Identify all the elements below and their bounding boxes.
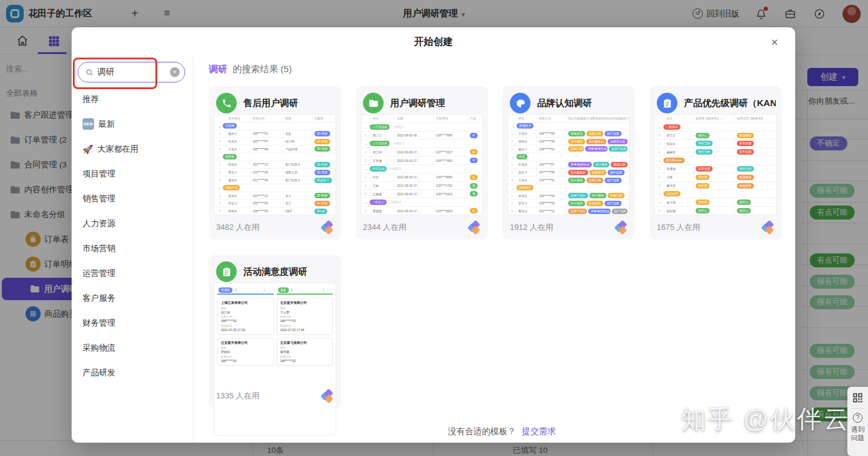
- mini-badge: 传统行业: [223, 185, 240, 190]
- mini-badge: 高: [470, 149, 478, 155]
- category-item-10[interactable]: 采购物流: [72, 335, 192, 360]
- help-widget[interactable]: ? 遇到 问题: [847, 387, 868, 456]
- huoban-logo: [615, 221, 628, 233]
- field-value: 189******02: [280, 359, 330, 363]
- rocket-icon: 🚀: [83, 144, 93, 154]
- close-icon[interactable]: ✕: [767, 35, 782, 50]
- company-name: 北京紫天有限公司: [221, 341, 270, 345]
- mini-badge: 很开心: [696, 208, 710, 213]
- search-icon: [86, 69, 93, 76]
- preview-row: 3董先生151******56部门负责人25岁以下: [214, 176, 336, 184]
- field-value: 于小雯: [280, 310, 330, 314]
- category-item-5[interactable]: 人力资源: [72, 211, 192, 236]
- preview-row: 2蔡女士133******28销售人员30-35岁: [214, 169, 336, 176]
- kanban-card: 北京蓝天有限公司姓名于小雯联系方式189******03回访时间2022-07-…: [277, 298, 333, 335]
- more-icon: ⋯: [327, 287, 331, 292]
- mini-badge: 很开心: [737, 200, 751, 205]
- add-icon: +: [322, 288, 325, 292]
- collapse-icon: ⌄: [218, 155, 221, 159]
- template-preview: 用户姓名联系方式职务年龄段⌄互联网1杨女士138******51总监30-35岁…: [214, 114, 336, 215]
- kanban-column-header: 待调查4+⋯: [217, 286, 274, 295]
- preview-row: 1吴先生152******12员工30-35岁: [214, 192, 336, 200]
- huoban-logo: [322, 221, 334, 233]
- preview-row: 1李先生155******59品牌产品好设计精美价格口碑: [508, 192, 629, 200]
- modal-title: 开始创建: [72, 36, 795, 49]
- mini-badge: 质量/耐用性高: [588, 209, 611, 214]
- mini-badge: 质量/耐用性高: [585, 146, 608, 152]
- mini-badge: 理所当然: [696, 141, 713, 146]
- field-value: 188******02: [221, 319, 270, 323]
- category-item-0[interactable]: 推荐: [72, 87, 192, 112]
- template-card-3[interactable]: 产品优先级调研（KAN...姓名如果有【刚发布】...如果没有【刚发布】⌄一线城…: [649, 86, 782, 240]
- category-item-7[interactable]: 运营管理: [72, 261, 192, 286]
- category-label: 人力资源: [83, 218, 115, 229]
- mini-badge: 国产品牌: [605, 178, 622, 183]
- kanban-card: 上海江来有限公司姓名孙江来联系方式188******02回访时间2022-07-…: [217, 298, 274, 335]
- category-item-9[interactable]: 财务管理: [72, 310, 192, 335]
- mini-badge: 普通用户: [517, 123, 534, 129]
- screen: 花田子的工作区 + ≡ 用户调研管理 ▾ ↺ 回到旧版: [0, 0, 868, 456]
- submit-request-link[interactable]: 提交需求: [522, 426, 556, 436]
- preview-row: 姓名如果有【刚发布】...如果没有【刚发布】: [655, 115, 776, 123]
- template-title: 售后用户调研: [243, 98, 298, 109]
- usage-count: 1675 人在用: [657, 222, 700, 233]
- category-label: 财务管理: [83, 318, 115, 329]
- mini-badge: 价格便宜: [568, 131, 585, 136]
- mini-badge: 价格便宜: [589, 170, 606, 175]
- template-preview: 姓名联系方式您认为最能吸引消费者购买的决定性因素是什么？⌄普通用户1王先生166…: [507, 114, 630, 215]
- mini-badge: 品牌口碑: [568, 146, 584, 152]
- qr-code-icon[interactable]: [852, 392, 864, 404]
- category-item-11[interactable]: 产品研发: [72, 360, 192, 385]
- collapse-icon: ⌄: [512, 186, 515, 190]
- mini-badge: 非常失望: [696, 166, 713, 172]
- company-name: 北京蓝天有限公司: [280, 301, 330, 305]
- template-card-1[interactable]: 用户调研管理姓名日期手机号码产品⌄一个月以内已填写 11周三江2022-09-0…: [356, 86, 488, 240]
- help-text[interactable]: 遇到 问题: [847, 425, 868, 442]
- mini-badge: 售后服务好: [586, 139, 606, 144]
- mini-badge: 品牌拥护: [517, 185, 534, 190]
- mini-badge: 30-35岁: [314, 193, 330, 198]
- template-title: 产品优先级调研（KAN...: [684, 98, 776, 109]
- preview-row: ⌄一年以上已填写 4: [361, 198, 483, 207]
- help-question-icon[interactable]: ?: [853, 413, 863, 423]
- mini-badge: 无所谓: [696, 200, 710, 205]
- column-count: 2: [291, 288, 293, 292]
- preview-row: 2王标2022-09-08 17...139****1762低: [361, 182, 483, 190]
- mini-badge: 25岁以下: [314, 178, 332, 183]
- field-value: 2022-07-25 17:39: [221, 328, 270, 332]
- mini-badge: 非常失望: [737, 149, 754, 155]
- template-card-0[interactable]: 售后用户调研用户姓名联系方式职务年龄段⌄互联网1杨女士138******51总监…: [209, 86, 341, 240]
- collapse-icon: ⌄: [512, 124, 515, 128]
- mini-badge: 价格口碑: [608, 193, 625, 198]
- mini-badge: 50+岁: [314, 209, 327, 214]
- mini-badge: 三个月以内: [370, 141, 390, 146]
- category-item-8[interactable]: 客户服务: [72, 286, 192, 310]
- clear-search-icon[interactable]: ✕: [170, 67, 180, 77]
- template-card-4[interactable]: 活动满意度调研待调查4+⋯上海江来有限公司姓名孙江来联系方式188******0…: [209, 255, 341, 408]
- category-item-4[interactable]: 销售管理: [72, 186, 192, 211]
- preview-row: ⌄一个月以内已填写 1: [361, 123, 483, 132]
- preview-row: 3王先生133******91设计精美品牌口碑国产品牌: [508, 176, 629, 184]
- mini-badge: 品牌产品好: [568, 193, 588, 198]
- preview-row: ⌄新零售: [214, 153, 336, 161]
- mini-badge: 品牌知名度: [608, 139, 628, 144]
- mini-badge: 设计精美: [593, 162, 610, 167]
- preview-row: ⌄一线城市: [655, 123, 776, 132]
- field-label: 回访时间: [280, 324, 330, 327]
- usage-count: 2344 人在用: [363, 222, 407, 233]
- collapse-icon: ⌄: [512, 155, 515, 159]
- category-item-2[interactable]: 🚀大家都在用: [72, 136, 192, 161]
- category-item-3[interactable]: 项目管理: [72, 161, 192, 186]
- kanban-card: 北京紫天有限公司姓名霍妞妞联系方式188******03: [217, 338, 274, 366]
- template-card-2[interactable]: 品牌认知调研姓名联系方式您认为最能吸引消费者购买的决定性因素是什么？⌄普通用户1…: [503, 86, 635, 240]
- preview-row: 1雷源源2022-09-04 17...133****0824高: [361, 207, 483, 215]
- huoban-logo: [762, 221, 775, 233]
- category-item-1[interactable]: NEW最新: [72, 112, 192, 136]
- mini-badge: 设计精美: [568, 139, 585, 144]
- preview-row: 1王先生166******89价格便宜品牌口碑国产品牌: [508, 130, 629, 138]
- preview-row: 1许竹2022-09-04 17...139****9680高: [361, 173, 483, 182]
- preview-row: 2王旗无所谓勉强接受: [655, 173, 776, 182]
- template-search-box[interactable]: ✕: [78, 62, 185, 82]
- template-search-input[interactable]: [97, 67, 170, 77]
- category-item-6[interactable]: 市场营销: [72, 236, 192, 261]
